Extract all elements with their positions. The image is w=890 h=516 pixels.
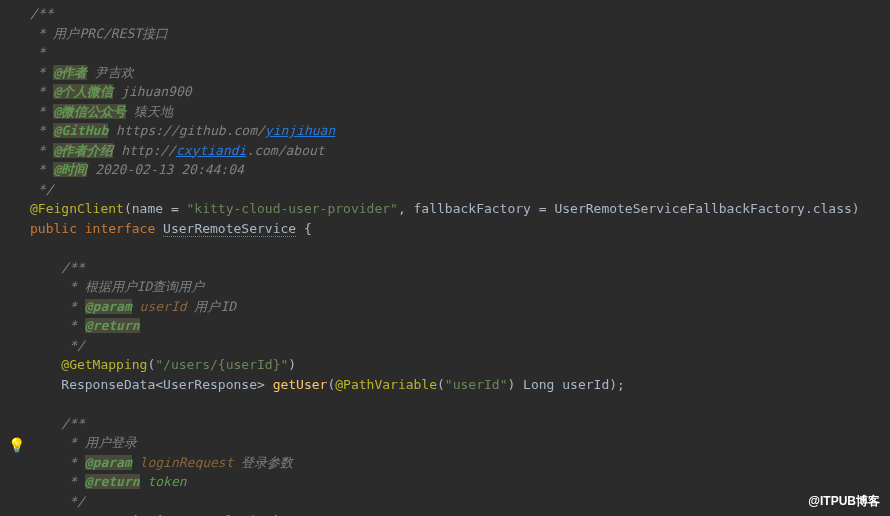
doc-line: * 用户PRC/REST接口 <box>30 24 890 44</box>
doc-time: * @时间 2020-02-13 20:44:04 <box>30 160 890 180</box>
m1-doc-open: /** <box>30 258 890 278</box>
m1-doc-close: */ <box>30 336 890 356</box>
m1-doc-param: * @param userId 用户ID <box>30 297 890 317</box>
doc-open: /** <box>30 4 890 24</box>
doc-blank: * <box>30 43 890 63</box>
m1-signature: ResponseData<UserResponse> getUser(@Path… <box>30 375 890 395</box>
blank <box>30 238 890 258</box>
watermark: @ITPUB博客 <box>808 492 880 510</box>
blank <box>30 394 890 414</box>
m2-doc-param: * @param loginRequest 登录参数 <box>30 453 890 473</box>
feign-annotation: @FeignClient(name = "kitty-cloud-user-pr… <box>30 199 890 219</box>
m2-doc-return: * @return token <box>30 472 890 492</box>
doc-github: * @GitHub https://github.com/yinjihuan <box>30 121 890 141</box>
m2-doc-desc: * 用户登录 <box>30 433 890 453</box>
interface-decl: public interface UserRemoteService { <box>30 219 890 239</box>
intention-bulb-icon[interactable]: 💡 <box>8 435 25 456</box>
m1-mapping: @GetMapping("/users/{userId}") <box>30 355 890 375</box>
m2-mapping: @PostMapping("/users/login") <box>30 511 890 516</box>
doc-author: * @作者 尹吉欢 <box>30 63 890 83</box>
m2-doc-close: */ <box>30 492 890 512</box>
doc-wechat: * @个人微信 jihuan900 <box>30 82 890 102</box>
doc-close: */ <box>30 180 890 200</box>
code-editor[interactable]: /** * 用户PRC/REST接口 * * @作者 尹吉欢 * @个人微信 j… <box>0 0 890 516</box>
m1-doc-desc: * 根据用户ID查询用户 <box>30 277 890 297</box>
m2-doc-open: /** <box>30 414 890 434</box>
m1-doc-return: * @return <box>30 316 890 336</box>
doc-mp: * @微信公众号 猿天地 <box>30 102 890 122</box>
doc-intro: * @作者介绍 http://cxytiandi.com/about <box>30 141 890 161</box>
